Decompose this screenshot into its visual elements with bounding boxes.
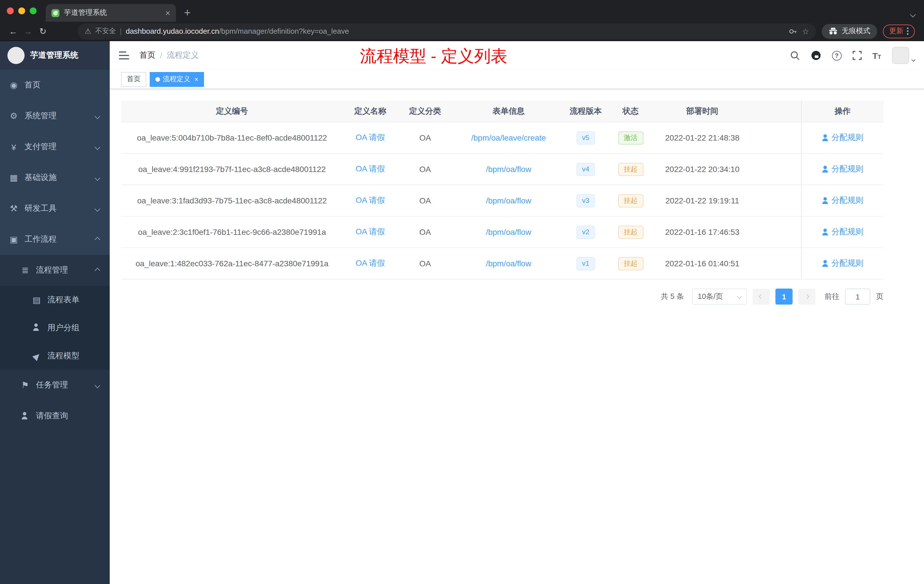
col-category: 定义分类 — [398, 106, 452, 116]
address-bar[interactable]: ⚠ 不安全 | dashboard.yudao.iocoder.cn/bpm/m… — [78, 23, 816, 39]
tag-process-definition[interactable]: 流程定义 × — [150, 72, 204, 87]
security-warning-icon[interactable]: ⚠ — [84, 27, 91, 35]
bookmark-star-icon[interactable]: ☆ — [802, 26, 809, 36]
cell-definition-id: oa_leave:3:1fad3d93-7b75-11ec-a3c8-acde4… — [121, 196, 343, 205]
form-link[interactable]: /bpm/oa/leave/create — [471, 133, 546, 142]
traffic-lights — [0, 7, 46, 14]
sidebar-item-workflow[interactable]: ▣ 工作流程 — [0, 224, 110, 255]
gear-icon: ⚙ — [9, 111, 18, 121]
assign-rule-link[interactable]: 分配规则 — [822, 258, 863, 269]
sidebar-item-dev-tools[interactable]: ⚒ 研发工具 — [0, 193, 110, 224]
back-button[interactable]: ← — [6, 24, 21, 39]
form-link[interactable]: /bpm/oa/flow — [486, 259, 531, 268]
zoom-window-button[interactable] — [30, 7, 36, 14]
assign-rule-link[interactable]: 分配规则 — [822, 164, 863, 174]
next-page-button[interactable] — [798, 289, 815, 305]
security-label[interactable]: 不安全 — [95, 26, 116, 36]
col-deploy-time: 部署时间 — [654, 106, 750, 116]
sidebar-item-label: 流程表单 — [48, 295, 79, 305]
sidebar-item-process-form[interactable]: ▤ 流程表单 — [0, 286, 110, 314]
form-link[interactable]: /bpm/oa/flow — [486, 165, 531, 174]
definition-name-link[interactable]: OA 请假 — [356, 258, 385, 267]
sidebar-item-process-management[interactable]: ≣ 流程管理 — [0, 255, 110, 286]
prev-page-button[interactable] — [752, 289, 770, 305]
close-window-button[interactable] — [7, 7, 14, 14]
github-icon[interactable] — [810, 50, 821, 61]
cell-definition-name: OA 请假 — [343, 227, 398, 237]
sidebar-item-task-management[interactable]: ⚑ 任务管理 — [0, 370, 110, 401]
version-tag: v1 — [576, 257, 595, 270]
breadcrumb-home[interactable]: 首页 — [139, 50, 155, 61]
reload-button[interactable]: ↻ — [35, 24, 50, 39]
sidebar-item-leave-query[interactable]: 请假查询 — [0, 401, 110, 431]
sidebar-item-home[interactable]: ◉ 首页 — [0, 70, 110, 101]
search-icon[interactable] — [790, 51, 800, 60]
page-size-select[interactable]: 10条/页 — [692, 289, 747, 305]
top-navbar: 首页 / 流程定义 流程模型 - 定义列表 ? TT — [110, 41, 924, 70]
caret-down-icon — [912, 53, 915, 63]
cell-definition-name: OA 请假 — [343, 133, 398, 143]
table-row: oa_leave:5:004b710b-7b8a-11ec-8ef0-acde4… — [121, 122, 883, 154]
assign-rule-link[interactable]: 分配规则 — [822, 133, 863, 143]
goto-page-input[interactable] — [845, 289, 870, 305]
font-size-icon[interactable]: TT — [872, 51, 881, 60]
user-avatar-menu[interactable] — [892, 47, 915, 64]
cell-actions: 分配规则 — [801, 216, 883, 247]
assign-rule-link[interactable]: 分配规则 — [822, 195, 863, 206]
sidebar-item-system-management[interactable]: ⚙ 系统管理 — [0, 101, 110, 132]
tab-close-icon[interactable]: × — [165, 8, 170, 17]
tag-close-icon[interactable]: × — [194, 75, 198, 83]
sidebar-item-infrastructure[interactable]: ▦ 基础设施 — [0, 162, 110, 193]
tab-search-icon[interactable] — [911, 8, 915, 19]
logo-avatar — [7, 47, 25, 64]
version-tag: v3 — [576, 194, 595, 207]
new-tab-button[interactable]: + — [184, 7, 191, 18]
active-dot — [155, 77, 160, 81]
assign-rule-link[interactable]: 分配规则 — [822, 227, 863, 237]
tag-home[interactable]: 首页 — [121, 72, 146, 87]
pagination: 共 5 条 10条/页 1 前往 页 — [121, 289, 883, 305]
cell-definition-id: oa_leave:4:991f2193-7b7f-11ec-a3c8-acde4… — [121, 165, 343, 174]
sidebar-item-user-group[interactable]: 用户分组 — [0, 314, 110, 342]
chevron-right-icon — [805, 294, 809, 299]
sidebar-item-payment-management[interactable]: ¥ 支付管理 — [0, 132, 110, 162]
sidebar-item-process-model[interactable]: ▶ 流程模型 — [0, 342, 110, 370]
annotation-text: 流程模型 - 定义列表 — [360, 45, 507, 68]
chevron-down-icon — [94, 382, 100, 388]
user-icon — [822, 229, 828, 236]
yen-icon: ¥ — [9, 142, 18, 152]
cell-deploy-time: 2022-01-22 20:34:10 — [654, 165, 750, 174]
incognito-badge: 无痕模式 — [822, 24, 877, 39]
status-badge: 挂起 — [618, 194, 643, 207]
update-button[interactable]: 更新 — [883, 24, 915, 38]
minimize-window-button[interactable] — [18, 7, 25, 14]
browser-toolbar: ← → ↻ ⚠ 不安全 | dashboard.yudao.iocoder.cn… — [0, 22, 924, 41]
form-link[interactable]: /bpm/oa/flow — [486, 196, 531, 205]
avatar[interactable] — [892, 47, 909, 64]
browser-tab[interactable]: 芋道管理系统 × — [46, 4, 176, 22]
sidebar-item-label: 支付管理 — [25, 142, 56, 152]
definition-name-link[interactable]: OA 请假 — [356, 133, 385, 142]
grid-icon: ▦ — [9, 173, 18, 183]
chevron-down-icon — [94, 144, 100, 150]
url-text[interactable]: dashboard.yudao.iocoder.cn/bpm/manager/d… — [126, 27, 785, 35]
current-page-button[interactable]: 1 — [776, 289, 792, 305]
password-key-icon[interactable] — [789, 26, 798, 36]
version-tag: v4 — [576, 163, 595, 176]
cell-definition-id: oa_leave:2:3c1f0ef1-76b1-11ec-9c66-a2380… — [121, 228, 343, 237]
definition-name-link[interactable]: OA 请假 — [356, 164, 385, 173]
cell-actions: 分配规则 — [801, 185, 883, 216]
form-link[interactable]: /bpm/oa/flow — [486, 228, 531, 237]
definition-name-link[interactable]: OA 请假 — [356, 195, 385, 205]
breadcrumb-current: 流程定义 — [167, 50, 199, 61]
browser-menu-icon[interactable] — [907, 26, 909, 36]
col-status: 状态 — [607, 106, 654, 116]
col-form-info: 表单信息 — [452, 106, 564, 116]
definition-name-link[interactable]: OA 请假 — [356, 227, 385, 236]
sidebar-toggle-icon[interactable] — [119, 51, 129, 59]
help-icon[interactable]: ? — [832, 51, 842, 60]
fullscreen-icon[interactable] — [852, 51, 861, 60]
tags-view-bar: 首页 流程定义 × — [110, 70, 924, 89]
incognito-icon — [828, 27, 838, 35]
forward-button[interactable]: → — [21, 24, 35, 39]
